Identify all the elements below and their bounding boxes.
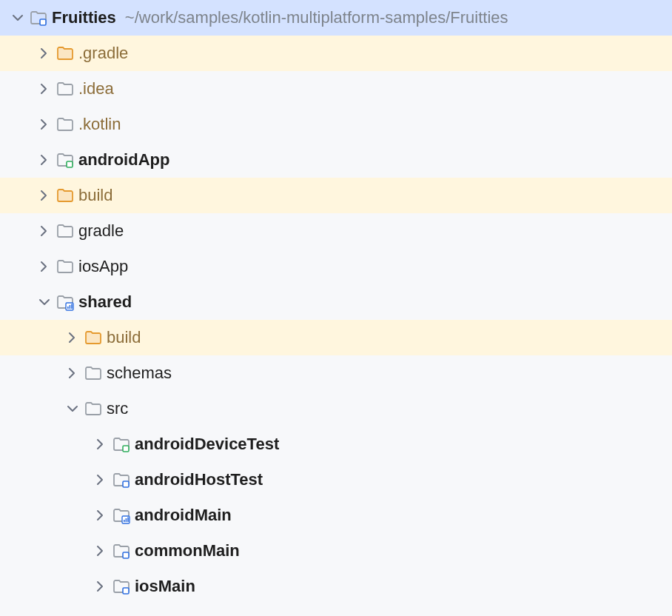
folder-icon (56, 222, 74, 240)
tree-row[interactable]: androidApp (0, 142, 672, 178)
chevron-right-icon[interactable] (37, 224, 52, 238)
chevron-right-icon[interactable] (65, 366, 80, 381)
source-folder-icon (112, 578, 130, 595)
project-tree[interactable]: Fruitties ~/work/samples/kotlin-multipla… (0, 0, 672, 604)
chevron-right-icon[interactable] (37, 153, 52, 167)
chevron-right-icon[interactable] (93, 543, 108, 558)
module-folder-icon (56, 151, 74, 169)
chevron-right-icon[interactable] (93, 579, 108, 594)
tree-row[interactable]: commonMain (0, 533, 672, 569)
tree-row[interactable]: androidMain (0, 498, 672, 533)
chevron-right-icon[interactable] (65, 330, 80, 345)
tree-row[interactable]: schemas (0, 355, 672, 391)
source-folder-icon (112, 542, 130, 560)
excluded-folder-icon (56, 187, 74, 204)
tree-item-label: .kotlin (78, 115, 121, 134)
tree-row[interactable]: build (0, 320, 672, 355)
tree-item-label: androidMain (135, 506, 232, 525)
tree-item-label: androidDeviceTest (135, 435, 279, 454)
tree-row[interactable]: .kotlin (0, 107, 672, 142)
chevron-right-icon[interactable] (37, 81, 52, 96)
chevron-right-icon[interactable] (37, 46, 52, 61)
tree-row-root[interactable]: Fruitties ~/work/samples/kotlin-multipla… (0, 0, 672, 36)
folder-icon (56, 80, 74, 98)
tree-row[interactable]: androidDeviceTest (0, 426, 672, 462)
chevron-right-icon[interactable] (93, 508, 108, 523)
folder-icon (84, 364, 102, 382)
source-folder-icon (112, 435, 130, 453)
tree-row[interactable]: androidHostTest (0, 462, 672, 498)
tree-item-label: androidApp (78, 150, 169, 170)
chevron-down-icon[interactable] (10, 10, 25, 25)
module-folder-icon (56, 293, 74, 311)
folder-icon (56, 258, 74, 275)
module-folder-icon (30, 9, 47, 27)
project-path: ~/work/samples/kotlin-multiplatform-samp… (125, 8, 508, 27)
excluded-folder-icon (84, 329, 102, 346)
tree-item-label: androidHostTest (135, 470, 263, 489)
tree-row[interactable]: iosApp (0, 249, 672, 284)
tree-item-label: gradle (78, 221, 124, 241)
tree-row[interactable]: build (0, 178, 672, 213)
chevron-right-icon[interactable] (37, 259, 52, 274)
tree-item-label: src (107, 399, 128, 418)
chevron-right-icon[interactable] (93, 437, 108, 452)
excluded-folder-icon (56, 44, 74, 62)
tree-row[interactable]: .gradle (0, 36, 672, 71)
chevron-right-icon[interactable] (37, 117, 52, 132)
tree-row[interactable]: .idea (0, 71, 672, 107)
chevron-down-icon[interactable] (65, 401, 80, 416)
folder-icon (56, 116, 74, 133)
tree-item-label: iosApp (78, 257, 128, 276)
source-folder-icon (112, 506, 130, 524)
tree-row[interactable]: iosMain (0, 569, 672, 604)
chevron-right-icon[interactable] (37, 188, 52, 203)
chevron-right-icon[interactable] (93, 472, 108, 487)
tree-row[interactable]: src (0, 391, 672, 426)
tree-item-label: commonMain (135, 541, 240, 560)
tree-item-label: .gradle (78, 44, 128, 63)
folder-icon (84, 400, 102, 418)
tree-row[interactable]: gradle (0, 213, 672, 249)
tree-item-label: iosMain (135, 577, 195, 596)
tree-row[interactable]: shared (0, 284, 672, 320)
tree-item-label: schemas (107, 364, 172, 383)
chevron-down-icon[interactable] (37, 295, 52, 309)
tree-item-label: .idea (78, 79, 114, 98)
tree-item-label: Fruitties (52, 8, 116, 27)
tree-item-label: shared (78, 292, 132, 312)
tree-item-label: build (78, 186, 112, 205)
tree-item-label: build (107, 328, 141, 347)
source-folder-icon (112, 471, 130, 489)
